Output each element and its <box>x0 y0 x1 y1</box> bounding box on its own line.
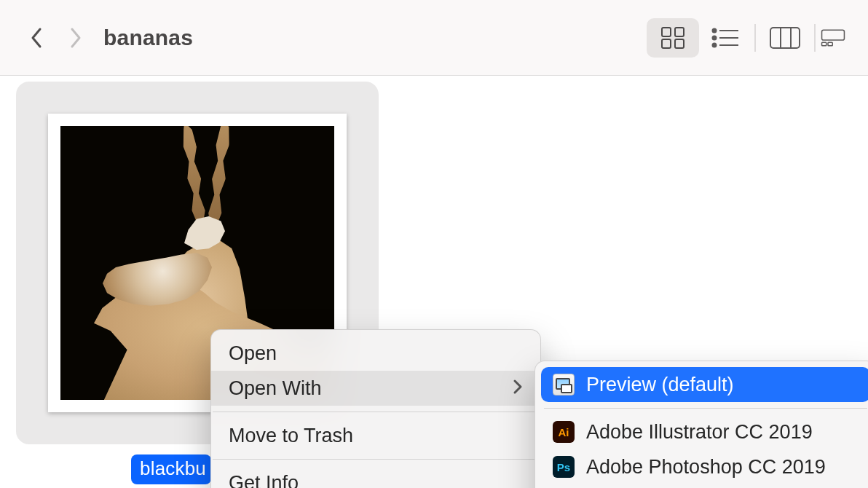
view-columns-button[interactable] <box>759 18 811 58</box>
gallery-icon <box>821 26 845 50</box>
chevron-right-icon <box>68 26 82 50</box>
submenu-item-app[interactable]: Ps Adobe Photoshop CC 2019 <box>541 449 868 484</box>
context-menu: Open Open With Move to Trash Get Info <box>210 329 541 488</box>
submenu-item-label: Preview (default) <box>586 374 734 396</box>
menu-separator <box>544 408 867 409</box>
columns-icon <box>769 26 801 50</box>
chevron-left-icon <box>30 26 44 50</box>
svg-rect-13 <box>822 30 845 40</box>
file-name-label[interactable]: blackbu <box>131 454 211 484</box>
view-icons-button[interactable] <box>647 18 699 58</box>
context-menu-item-open[interactable]: Open <box>211 336 540 371</box>
svg-rect-3 <box>675 39 684 48</box>
menu-separator <box>213 412 539 412</box>
illustrator-app-icon: Ai <box>553 421 575 443</box>
grid-icon <box>660 26 685 50</box>
toolbar-separator <box>814 24 816 52</box>
preview-app-icon <box>553 374 575 395</box>
svg-rect-15 <box>828 42 832 46</box>
svg-rect-14 <box>822 42 826 46</box>
finder-content[interactable]: blackbu Open Open With Move to Trash Get… <box>0 76 868 488</box>
submenu-item-label: Adobe Illustrator CC 2019 <box>586 421 813 444</box>
svg-rect-10 <box>770 28 800 48</box>
context-menu-item-get-info[interactable]: Get Info <box>211 465 540 488</box>
submenu-item-app[interactable]: Ai Adobe Illustrator CC 2019 <box>541 414 868 449</box>
view-list-button[interactable] <box>699 18 751 58</box>
chevron-right-icon <box>513 377 523 400</box>
submenu-item-app[interactable] <box>541 484 868 488</box>
toolbar-separator <box>754 24 756 52</box>
submenu-item-default[interactable]: Preview (default) <box>541 367 868 402</box>
view-switcher <box>647 18 848 58</box>
svg-rect-0 <box>662 28 671 36</box>
context-menu-item-trash[interactable]: Move to Trash <box>211 418 540 453</box>
svg-rect-1 <box>675 28 684 36</box>
folder-title: bananas <box>103 25 193 50</box>
menu-item-label: Get Info <box>229 472 299 489</box>
menu-item-label: Open <box>229 342 277 365</box>
svg-rect-2 <box>662 39 671 48</box>
context-menu-item-open-with[interactable]: Open With <box>211 371 540 406</box>
svg-point-4 <box>713 28 717 32</box>
list-icon <box>711 27 740 49</box>
forward-button[interactable] <box>66 23 84 52</box>
photoshop-app-icon: Ps <box>553 456 575 478</box>
back-button[interactable] <box>28 23 47 52</box>
open-with-submenu: Preview (default) Ai Adobe Illustrator C… <box>534 361 868 488</box>
svg-point-6 <box>713 36 717 39</box>
menu-item-label: Move to Trash <box>229 425 353 447</box>
view-gallery-button[interactable] <box>818 18 848 58</box>
menu-separator <box>213 459 539 460</box>
submenu-item-label: Adobe Photoshop CC 2019 <box>586 456 826 479</box>
svg-point-8 <box>713 43 717 47</box>
menu-item-label: Open With <box>229 377 322 400</box>
finder-toolbar: bananas <box>0 0 868 76</box>
